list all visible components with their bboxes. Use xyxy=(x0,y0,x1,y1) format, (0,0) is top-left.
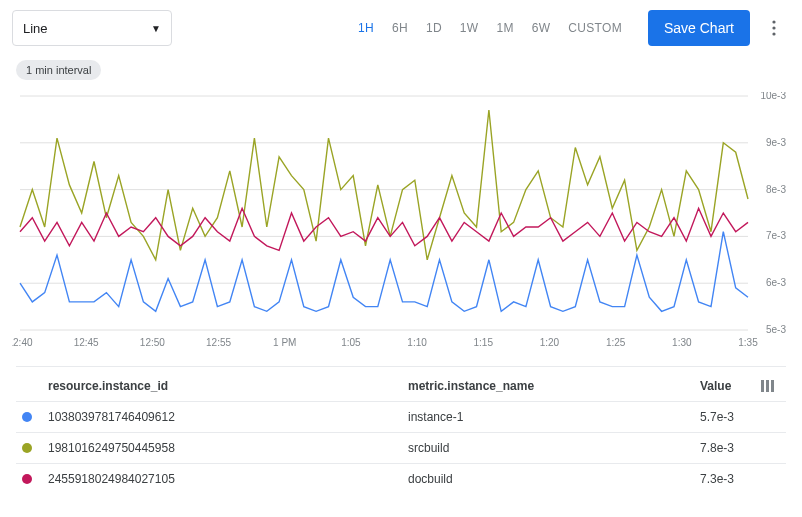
legend-value: 7.8e-3 xyxy=(700,441,756,455)
chevron-down-icon: ▼ xyxy=(151,23,161,34)
svg-text:1:10: 1:10 xyxy=(407,337,427,348)
chart-type-label: Line xyxy=(23,21,48,36)
legend-row[interactable]: 1981016249750445958srcbuild7.8e-3 xyxy=(16,432,786,463)
columns-icon xyxy=(761,380,775,392)
svg-text:5e-3: 5e-3 xyxy=(766,324,786,335)
legend-table: resource.instance_id metric.instance_nam… xyxy=(12,352,790,494)
svg-point-0 xyxy=(772,20,775,23)
svg-point-2 xyxy=(772,32,775,35)
svg-text:1:30: 1:30 xyxy=(672,337,692,348)
time-range-1w[interactable]: 1W xyxy=(452,13,487,43)
save-chart-button[interactable]: Save Chart xyxy=(648,10,750,46)
svg-rect-29 xyxy=(771,380,774,392)
svg-text:1:15: 1:15 xyxy=(474,337,494,348)
legend-instance-id: 1981016249750445958 xyxy=(48,441,408,455)
toolbar: Line ▼ 1H6H1D1W1M6WCUSTOM Save Chart xyxy=(12,10,790,46)
legend-value: 5.7e-3 xyxy=(700,410,756,424)
svg-text:1 PM: 1 PM xyxy=(273,337,296,348)
legend-header-row: resource.instance_id metric.instance_nam… xyxy=(16,366,786,401)
time-range-group: 1H6H1D1W1M6WCUSTOM xyxy=(350,13,630,43)
svg-text:1:20: 1:20 xyxy=(540,337,560,348)
legend-swatch xyxy=(22,412,32,422)
chart-type-select[interactable]: Line ▼ xyxy=(12,10,172,46)
legend-instance-name: docbuild xyxy=(408,472,700,486)
legend-swatch xyxy=(22,474,32,484)
line-chart: 5e-36e-37e-38e-39e-310e-312:4012:4512:50… xyxy=(12,92,790,352)
svg-text:12:45: 12:45 xyxy=(74,337,99,348)
svg-text:6e-3: 6e-3 xyxy=(766,277,786,288)
legend-row[interactable]: 1038039781746409612instance-15.7e-3 xyxy=(16,401,786,432)
svg-text:7e-3: 7e-3 xyxy=(766,230,786,241)
legend-columns-button[interactable] xyxy=(756,380,780,392)
time-range-custom[interactable]: CUSTOM xyxy=(560,13,630,43)
time-range-1m[interactable]: 1M xyxy=(488,13,521,43)
svg-text:1:25: 1:25 xyxy=(606,337,626,348)
legend-header-instance-id: resource.instance_id xyxy=(48,379,408,393)
time-range-6w[interactable]: 6W xyxy=(524,13,559,43)
svg-text:12:55: 12:55 xyxy=(206,337,231,348)
time-range-6h[interactable]: 6H xyxy=(384,13,416,43)
svg-text:8e-3: 8e-3 xyxy=(766,184,786,195)
time-range-1h[interactable]: 1H xyxy=(350,13,382,43)
interval-chip: 1 min interval xyxy=(16,60,101,80)
svg-text:9e-3: 9e-3 xyxy=(766,137,786,148)
svg-text:12:50: 12:50 xyxy=(140,337,165,348)
svg-rect-27 xyxy=(761,380,764,392)
legend-instance-name: srcbuild xyxy=(408,441,700,455)
svg-text:1:05: 1:05 xyxy=(341,337,361,348)
legend-header-value: Value xyxy=(700,379,756,393)
svg-text:1:35: 1:35 xyxy=(738,337,758,348)
legend-instance-id: 2455918024984027105 xyxy=(48,472,408,486)
legend-row[interactable]: 2455918024984027105docbuild7.3e-3 xyxy=(16,463,786,494)
svg-text:10e-3: 10e-3 xyxy=(760,92,786,101)
svg-text:12:40: 12:40 xyxy=(12,337,33,348)
legend-value: 7.3e-3 xyxy=(700,472,756,486)
legend-instance-name: instance-1 xyxy=(408,410,700,424)
legend-swatch xyxy=(22,443,32,453)
more-menu-button[interactable] xyxy=(758,10,790,46)
svg-point-1 xyxy=(772,26,775,29)
more-vert-icon xyxy=(772,20,776,36)
legend-instance-id: 1038039781746409612 xyxy=(48,410,408,424)
svg-rect-28 xyxy=(766,380,769,392)
legend-header-instance-name: metric.instance_name xyxy=(408,379,700,393)
time-range-1d[interactable]: 1D xyxy=(418,13,450,43)
